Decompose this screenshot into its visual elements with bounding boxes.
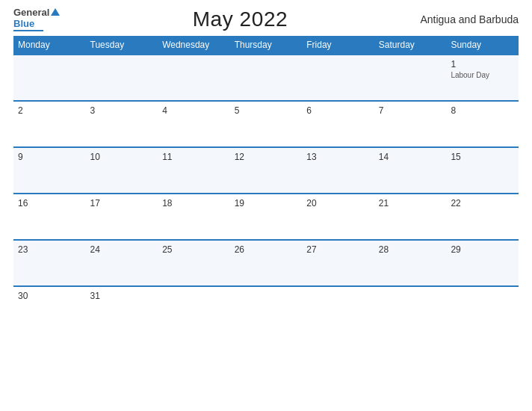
day-number: 20 bbox=[306, 198, 370, 208]
calendar-cell: 21 bbox=[374, 194, 447, 240]
calendar-cell: 19 bbox=[230, 194, 303, 240]
calendar-table: MondayTuesdayWednesdayThursdayFridaySatu… bbox=[13, 36, 519, 333]
day-number: 19 bbox=[235, 198, 298, 208]
calendar-cell: 2 bbox=[13, 101, 86, 147]
header-cell-saturday: Saturday bbox=[374, 36, 447, 55]
top-header: General Blue May 2022 Antigua and Barbud… bbox=[13, 7, 519, 31]
calendar-cell: 16 bbox=[13, 194, 86, 240]
logo-area: General Blue bbox=[13, 7, 60, 31]
calendar-cell bbox=[86, 55, 158, 101]
calendar-cell: 1Labour Day bbox=[446, 55, 519, 101]
calendar-cell bbox=[302, 55, 374, 101]
logo-triangle-icon bbox=[51, 8, 60, 16]
header-cell-wednesday: Wednesday bbox=[158, 36, 230, 55]
calendar-cell: 14 bbox=[374, 147, 447, 194]
calendar-cell bbox=[374, 286, 447, 333]
header-cell-thursday: Thursday bbox=[230, 36, 303, 55]
calendar-cell: 31 bbox=[86, 286, 158, 333]
holiday-label: Labour Day bbox=[451, 71, 514, 79]
day-number: 7 bbox=[379, 105, 442, 116]
calendar-cell bbox=[302, 286, 374, 333]
day-number: 13 bbox=[306, 152, 370, 162]
calendar-week-row: 3031 bbox=[13, 286, 519, 333]
calendar-cell: 5 bbox=[230, 101, 303, 147]
calendar-cell: 23 bbox=[13, 240, 86, 286]
calendar-cell: 25 bbox=[158, 240, 230, 286]
calendar-week-row: 16171819202122 bbox=[13, 194, 519, 240]
calendar-cell bbox=[158, 286, 230, 333]
calendar-cell: 8 bbox=[446, 101, 519, 147]
calendar-cell: 20 bbox=[302, 194, 374, 240]
calendar-cell: 30 bbox=[13, 286, 86, 333]
day-number: 4 bbox=[162, 105, 226, 116]
calendar-cell: 28 bbox=[374, 240, 447, 286]
calendar-cell: 27 bbox=[302, 240, 374, 286]
logo-blue-text: Blue bbox=[13, 19, 34, 29]
calendar-cell: 13 bbox=[302, 147, 374, 194]
day-number: 2 bbox=[18, 105, 81, 116]
header-cell-monday: Monday bbox=[13, 36, 86, 55]
calendar-week-row: 1Labour Day bbox=[13, 55, 519, 101]
day-number: 6 bbox=[306, 105, 370, 116]
day-number: 29 bbox=[451, 244, 514, 255]
calendar-cell: 29 bbox=[446, 240, 519, 286]
calendar-week-row: 23242526272829 bbox=[13, 240, 519, 286]
calendar-cell: 26 bbox=[230, 240, 303, 286]
calendar-cell: 10 bbox=[86, 147, 158, 194]
calendar-week-row: 9101112131415 bbox=[13, 147, 519, 194]
day-number: 16 bbox=[18, 198, 81, 208]
calendar-cell: 4 bbox=[158, 101, 230, 147]
country-name: Antigua and Barbuda bbox=[420, 13, 519, 25]
day-number: 9 bbox=[18, 152, 81, 162]
calendar-cell: 24 bbox=[86, 240, 158, 286]
day-number: 24 bbox=[90, 244, 154, 255]
day-number: 27 bbox=[306, 244, 370, 255]
day-number: 5 bbox=[235, 105, 298, 116]
calendar-cell: 15 bbox=[446, 147, 519, 194]
calendar-cell bbox=[230, 286, 303, 333]
calendar-cell: 3 bbox=[86, 101, 158, 147]
day-number: 26 bbox=[235, 244, 298, 255]
calendar-cell: 11 bbox=[158, 147, 230, 194]
calendar-cell bbox=[158, 55, 230, 101]
header-cell-sunday: Sunday bbox=[446, 36, 519, 55]
header-cell-tuesday: Tuesday bbox=[86, 36, 158, 55]
day-number: 15 bbox=[451, 152, 514, 162]
day-number: 23 bbox=[18, 244, 81, 255]
calendar-cell: 6 bbox=[302, 101, 374, 147]
logo-divider bbox=[13, 30, 43, 31]
day-number: 25 bbox=[162, 244, 226, 255]
month-title: May 2022 bbox=[193, 7, 288, 31]
calendar-cell bbox=[446, 286, 519, 333]
calendar-week-row: 2345678 bbox=[13, 101, 519, 147]
day-number: 11 bbox=[162, 152, 226, 162]
day-number: 21 bbox=[379, 198, 442, 208]
calendar-cell bbox=[230, 55, 303, 101]
calendar-header-row: MondayTuesdayWednesdayThursdayFridaySatu… bbox=[13, 36, 519, 55]
header-cell-friday: Friday bbox=[302, 36, 374, 55]
day-number: 22 bbox=[451, 198, 514, 208]
day-number: 1 bbox=[451, 59, 514, 69]
calendar-cell: 18 bbox=[158, 194, 230, 240]
day-number: 31 bbox=[90, 291, 154, 301]
day-number: 17 bbox=[90, 198, 154, 208]
calendar-cell: 12 bbox=[230, 147, 303, 194]
calendar-cell bbox=[13, 55, 86, 101]
day-number: 8 bbox=[451, 105, 514, 116]
calendar-cell: 7 bbox=[374, 101, 447, 147]
calendar-cell bbox=[374, 55, 447, 101]
calendar-cell: 9 bbox=[13, 147, 86, 194]
day-number: 30 bbox=[18, 291, 81, 301]
day-number: 14 bbox=[379, 152, 442, 162]
calendar-cell: 22 bbox=[446, 194, 519, 240]
day-number: 28 bbox=[379, 244, 442, 255]
logo-general-text: General bbox=[13, 7, 49, 18]
day-number: 3 bbox=[90, 105, 154, 116]
day-number: 12 bbox=[235, 152, 298, 162]
calendar-cell: 17 bbox=[86, 194, 158, 240]
day-number: 18 bbox=[162, 198, 226, 208]
day-number: 10 bbox=[90, 152, 154, 162]
